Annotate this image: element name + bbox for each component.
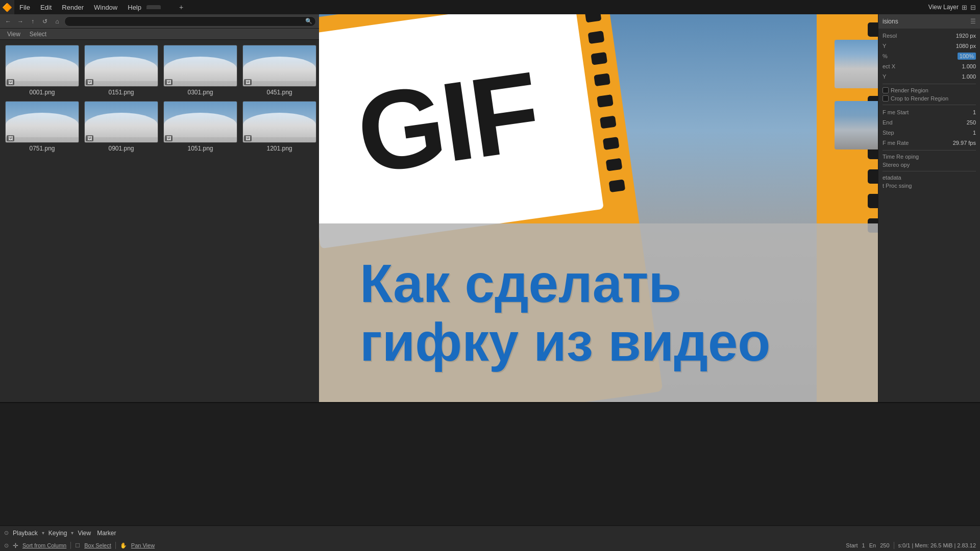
film-hole [594,73,610,86]
search-input[interactable] [69,18,311,25]
search-bar[interactable]: 🔍 [64,16,316,27]
list-item[interactable]: 🖼 0301.png [163,45,237,96]
marker-label[interactable]: Marker [95,529,118,538]
time-remapping-row: Time Re oping [883,153,976,161]
start-label: Start [846,542,857,548]
film-hole [588,31,605,44]
frame-rate-label: F me Rate [883,140,909,146]
collapse-icon[interactable]: ⊟ [970,4,976,11]
aspect-y-row: Y 1.000 [883,71,976,82]
russian-line2: гифку из видео [360,312,770,372]
resolution-y-row: Y 1080 px [883,41,976,51]
resolution-y-value[interactable]: 1080 px [956,43,976,49]
status-bar: ⊙ ✛ Sort from Column ☐ Box Select ✋ Pan … [0,540,980,551]
cloud-layer [164,113,237,137]
frame-step-label: Step [883,130,894,136]
crop-render-checkbox[interactable] [883,95,889,102]
thumb-overlay-icon: 🖼 [7,79,14,85]
sky-thumbnail [85,45,158,86]
file-name: 0301.png [187,89,213,96]
film-hole [603,137,620,150]
list-item[interactable]: 🖼 0001.png [5,45,79,96]
file-thumbnail: 🖼 [163,101,237,143]
thumb-overlay-icon: 🖼 [7,135,14,141]
start-frame[interactable]: 1 [862,542,865,548]
home-button[interactable]: ⌂ [52,16,62,27]
crop-render-row: Crop to Render Region [883,94,976,103]
render-region-checkbox[interactable] [883,87,889,93]
aspect-x-value[interactable]: 1.000 [962,63,976,69]
properties-title: isions [883,18,898,25]
film-hole [868,194,878,208]
list-item[interactable]: 🖼 0901.png [84,101,158,152]
file-thumbnail: 🖼 [84,45,158,87]
gif-artwork: GIF Как сдел [319,14,878,402]
workspace-rendering[interactable] [161,5,175,9]
frame-end-row: End 250 [883,117,976,128]
cursor-mode-icon[interactable]: ✛ [13,542,18,549]
list-item[interactable]: 🖼 1051.png [163,101,237,152]
back-button[interactable]: ← [3,16,13,27]
aspect-y-value[interactable]: 1.000 [962,73,976,80]
select-menu[interactable]: Select [27,30,50,39]
post-processing-row: t Proc ssing [883,182,976,190]
russian-text: Как сделать гифку из видео [360,254,770,372]
up-button[interactable]: ↑ [28,16,38,27]
menu-edit[interactable]: Edit [35,2,57,13]
resolution-x-row: Resol 1920 px [883,31,976,41]
thumb-overlay-icon: 🖼 [86,79,93,85]
properties-expand-icon[interactable]: ☰ [970,18,976,25]
list-item[interactable]: 🖼 0751.png [5,101,79,152]
file-grid: 🖼 0001.png 🖼 0151.png 🖼 0301.png [0,40,319,402]
menu-render[interactable]: Render [57,2,89,13]
film-hole [597,94,614,108]
file-thumbnail: 🖼 [163,45,237,87]
end-label: En [869,542,876,548]
sky-thumbnail [164,102,237,142]
properties-header: isions ☰ [878,14,980,29]
refresh-button[interactable]: ↺ [40,16,50,27]
list-item[interactable]: 🖼 0151.png [84,45,158,96]
playback-label[interactable]: Playback [11,529,40,538]
view-label[interactable]: View [76,529,93,538]
menu-file[interactable]: File [14,2,35,13]
cloud-layer [164,57,237,81]
keying-label[interactable]: Keying [46,529,69,538]
stereoscopy-label: Stereo opy [883,162,910,168]
menu-window[interactable]: Window [89,2,122,13]
percent-value[interactable]: 100% [958,53,976,60]
divider [883,150,976,151]
stereoscopy-row: Stereo opy [883,161,976,169]
divider [883,84,976,84]
end-frame[interactable]: 250 [880,542,889,548]
sort-from-column-label[interactable]: Sort from Column [22,542,66,548]
frame-start-row: F me Start 1 [883,107,976,117]
thumb-overlay-icon: 🖼 [86,135,93,141]
cloud-layer [85,113,158,137]
gif-text-display: GIF [350,46,545,199]
timeline-panel: ⊙ Playback ▾ Keying ▾ View Marker [0,402,980,551]
file-thumbnail: 🖼 [84,101,158,143]
view-menu[interactable]: View [4,30,23,39]
playback-controls-bar: ⊙ Playback ▾ Keying ▾ View Marker [0,525,980,540]
film-hole [868,169,878,184]
render-region-row: Render Region [883,86,976,94]
frame-start-value[interactable]: 1 [973,109,976,115]
box-select-label[interactable]: Box Select [84,542,111,548]
frame-end-value[interactable]: 250 [967,119,976,126]
list-item[interactable]: 🖼 1201.png [242,101,316,152]
forward-button[interactable]: → [15,16,26,27]
pan-view-label[interactable]: Pan View [131,542,155,548]
film-hole [606,158,623,171]
expand-icon[interactable]: ⊞ [962,4,967,11]
memory-info: s:0/1 | Mem: 26.5 MiB | 2.83.12 [898,542,976,548]
workspace-add-button[interactable]: + [175,1,187,13]
menu-help[interactable]: Help [122,2,146,13]
pan-view-icon: ✋ [120,542,127,549]
list-item[interactable]: 🖼 0451.png [242,45,316,96]
frame-rate-value[interactable]: 29.97 fps [953,140,976,146]
workspace-video-editing[interactable] [146,5,161,9]
sky-thumbnail [164,45,237,86]
frame-step-value[interactable]: 1 [973,130,976,136]
resolution-x-value[interactable]: 1920 px [956,33,976,39]
